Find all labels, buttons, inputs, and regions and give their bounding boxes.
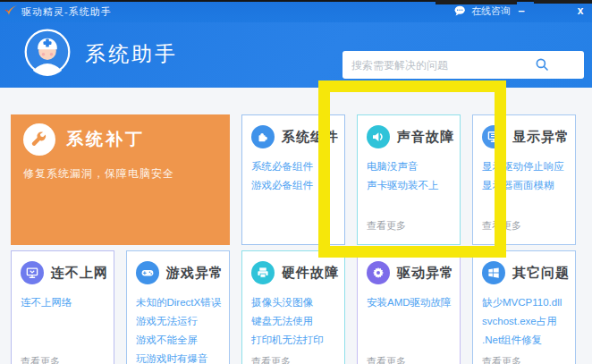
view-more-link[interactable]: 查看更多 <box>358 355 460 364</box>
printer-icon <box>251 261 275 284</box>
card-title: 声音故障 <box>397 129 454 146</box>
issue-link[interactable]: 缺少MVCP110.dll <box>482 296 566 309</box>
card-title: 系统组件 <box>282 129 339 146</box>
page-title: 系统助手 <box>85 40 178 68</box>
view-more-link[interactable]: 查看更多 <box>473 355 575 364</box>
online-consult-label: 在线咨询 <box>471 4 511 18</box>
app-window: 驱动精灵-系统助手 在线咨询 – x 系统助手 <box>0 0 592 364</box>
card-system-patch[interactable]: 系统补丁 修复系统漏洞，保障电脑安全 <box>11 114 230 245</box>
windows-icon <box>482 261 505 284</box>
issue-link[interactable]: .Net组件修复 <box>482 334 566 347</box>
card-no-network: 连不上网 连不上网络 查看更多 <box>11 250 114 364</box>
view-more-link[interactable]: 查看更多 <box>358 219 460 244</box>
issue-link[interactable]: 玩游戏时有爆音 <box>136 352 220 364</box>
issue-link[interactable]: 游戏无法运行 <box>136 315 220 328</box>
card-game-abnormal: 游戏异常 未知的DirectX错误 游戏无法运行 游戏不能全屏 玩游戏时有爆音 … <box>126 250 230 364</box>
issue-link[interactable]: 打印机无法打印 <box>251 334 335 347</box>
app-title: 驱动精灵-系统助手 <box>21 0 112 22</box>
card-driver-abnormal: 驱动异常 安装AMD驱动故障 查看更多 <box>357 250 461 364</box>
chat-bubble-icon <box>453 4 467 18</box>
background-window-strip <box>436 0 517 4</box>
app-logo-icon <box>4 4 18 18</box>
issue-link[interactable]: 键盘无法使用 <box>251 315 335 328</box>
card-header: 系统组件 <box>242 115 344 155</box>
card-other-issues: 其它问题 缺少MVCP110.dll svchost.exe占用 .Net组件修… <box>472 250 576 364</box>
card-title: 显示异常 <box>512 129 570 146</box>
card-header: 声音故障 <box>358 115 460 155</box>
issue-link[interactable]: 未知的DirectX错误 <box>136 296 220 309</box>
card-title: 驱动异常 <box>397 265 454 282</box>
puzzle-icon <box>251 125 275 148</box>
view-more-link[interactable]: 查看更多 <box>12 355 114 364</box>
issue-link[interactable]: 系统必备组件 <box>251 160 335 174</box>
search-box <box>343 51 584 79</box>
card-display-abnormal: 显示异常 显示驱动停止响应 显示器画面模糊 查看更多 <box>472 114 576 245</box>
issue-link[interactable]: 游戏必备组件 <box>251 179 335 192</box>
search-icon[interactable] <box>534 56 550 72</box>
card-subtitle: 修复系统漏洞，保障电脑安全 <box>23 166 217 182</box>
issue-link[interactable]: 安装AMD驱动故障 <box>367 296 451 309</box>
card-header: 系统补丁 <box>23 123 217 156</box>
issue-link[interactable]: svchost.exe占用 <box>482 315 566 328</box>
card-header: 驱动异常 <box>358 251 460 291</box>
gamepad-icon <box>136 261 159 284</box>
issue-link[interactable]: 显示驱动停止响应 <box>482 160 566 174</box>
doctor-avatar <box>23 28 72 76</box>
issue-link[interactable]: 游戏不能全屏 <box>136 334 220 347</box>
view-more-link[interactable]: 查看更多 <box>242 355 344 364</box>
view-more-link[interactable]: 查看更多 <box>473 219 575 244</box>
monitor-icon <box>482 125 505 148</box>
issue-link[interactable]: 电脑没声音 <box>367 160 451 174</box>
card-title: 连不上网 <box>51 265 108 282</box>
card-header: 显示异常 <box>473 115 575 155</box>
issue-link[interactable]: 连不上网络 <box>21 296 105 309</box>
search-input[interactable] <box>343 51 535 79</box>
speaker-icon <box>367 125 390 148</box>
card-title: 硬件故障 <box>282 265 339 282</box>
card-title: 游戏异常 <box>166 265 224 282</box>
card-hardware-failure: 硬件故障 摄像头没图像 键盘无法使用 打印机无法打印 查看更多 <box>241 250 345 364</box>
network-monitor-icon <box>21 261 44 284</box>
card-system-components: 系统组件 系统必备组件 游戏必备组件 <box>241 114 345 245</box>
card-header: 连不上网 <box>12 251 114 291</box>
issue-link[interactable]: 显示器画面模糊 <box>482 179 566 192</box>
issue-link[interactable]: 声卡驱动装不上 <box>367 179 451 192</box>
issue-link[interactable]: 摄像头没图像 <box>251 296 335 309</box>
card-header: 游戏异常 <box>127 251 229 291</box>
background-window-strip <box>534 0 592 4</box>
gear-icon <box>367 261 390 284</box>
header: 系统助手 <box>0 22 592 88</box>
main-content: 系统补丁 修复系统漏洞，保障电脑安全 系统组件 系统必备组件 游戏必备组件 <box>0 88 592 364</box>
card-title: 系统补丁 <box>66 128 145 151</box>
card-header: 硬件故障 <box>242 251 344 291</box>
wrench-icon <box>23 123 55 156</box>
card-header: 其它问题 <box>473 251 575 291</box>
card-sound-failure: 声音故障 电脑没声音 声卡驱动装不上 查看更多 <box>357 114 461 245</box>
card-title: 其它问题 <box>512 265 570 282</box>
